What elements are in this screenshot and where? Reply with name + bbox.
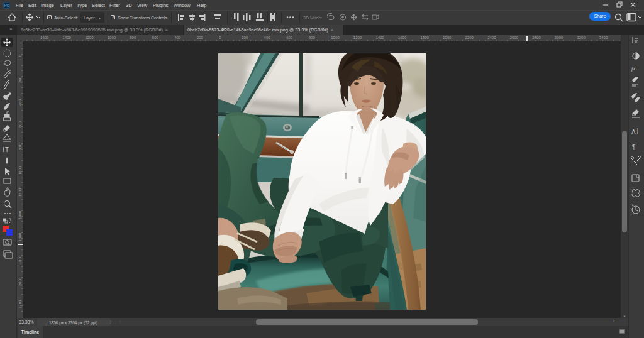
svg-text:fx: fx [631, 65, 636, 72]
svg-text:I: I [3, 146, 4, 153]
svg-text:¶: ¶ [632, 144, 635, 151]
svg-text:T: T [5, 146, 9, 153]
svg-text:A: A [631, 129, 636, 136]
